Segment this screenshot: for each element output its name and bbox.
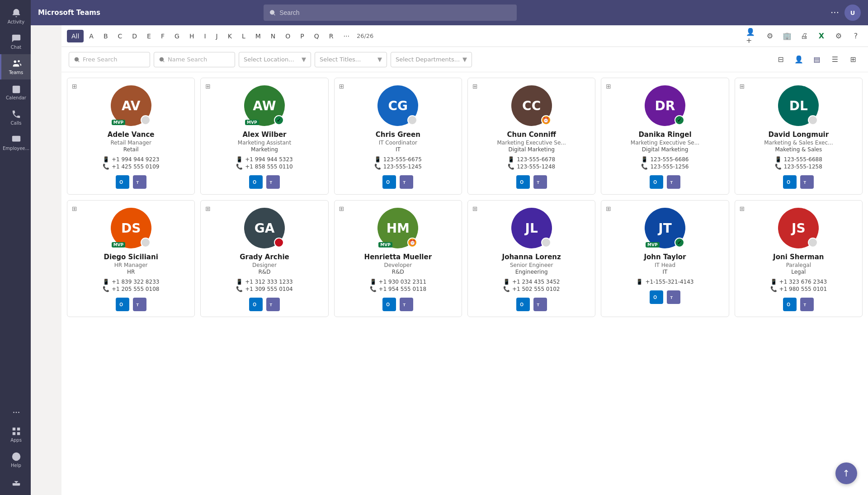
teams-button[interactable]: T (400, 175, 413, 189)
teams-button[interactable]: T (133, 175, 146, 189)
user-avatar[interactable]: U (844, 5, 861, 21)
svg-point-4 (15, 412, 17, 413)
tab-d[interactable]: D (127, 30, 142, 42)
gear-icon[interactable]: ⚙ (832, 29, 845, 43)
teams-button[interactable]: T (266, 175, 280, 189)
filter-icon[interactable]: ⊟ (773, 52, 788, 67)
tab-n[interactable]: N (266, 30, 280, 42)
teams-button[interactable]: T (400, 298, 413, 311)
teams-button[interactable]: T (800, 298, 814, 311)
employee-card[interactable]: ⊞ AW MVP ✓ Alex Wilber Marketing Assista… (200, 78, 328, 195)
employee-card[interactable]: ⊞ JS Joni Sherman Paralegal Legal 📱 +1 3… (735, 200, 863, 317)
employee-card[interactable]: ⊞ DS MVP Diego Siciliani HR Manager HR 📱… (67, 200, 195, 317)
tab-l[interactable]: L (237, 30, 250, 42)
tab-c[interactable]: C (113, 30, 127, 42)
employee-card[interactable]: ⊞ CG Chris Green IT Coordinator IT 📱 123… (334, 78, 462, 195)
mobile-icon: 📱 (103, 156, 109, 163)
search-bar[interactable] (264, 5, 517, 21)
tab-count: 26/26 (357, 33, 373, 39)
scroll-top-button[interactable]: ↑ (835, 462, 857, 484)
teams-button[interactable]: T (667, 290, 680, 304)
outlook-button[interactable]: O (382, 298, 396, 311)
outlook-button[interactable]: O (116, 175, 129, 189)
outlook-button[interactable]: O (516, 298, 530, 311)
add-person-icon[interactable]: 👤 (791, 52, 807, 67)
employee-card[interactable]: ⊞ DL David Longmuir Marketing & Sales Ex… (735, 78, 863, 195)
tab-r[interactable]: R (325, 30, 338, 42)
tab-more[interactable]: ··· (339, 30, 354, 42)
tab-e[interactable]: E (142, 30, 156, 42)
teams-button[interactable]: T (133, 298, 146, 311)
print-icon[interactable]: 🖨 (797, 29, 811, 43)
sidebar-item-chat[interactable]: Chat (0, 29, 31, 54)
outlook-button[interactable]: O (650, 290, 663, 304)
sidebar-item-help[interactable]: Help (0, 447, 31, 472)
teams-button[interactable]: T (266, 298, 280, 311)
employee-card[interactable]: ⊞ AV MVP Adele Vance Retail Manager Reta… (67, 78, 195, 195)
employee-card[interactable]: ⊞ JT MVP ✓ John Taylor IT Head IT 📱 +1-1… (601, 200, 729, 317)
sidebar-item-download[interactable] (0, 472, 31, 491)
sidebar-item-more[interactable] (0, 403, 31, 422)
phone-icon: 📞 (641, 163, 648, 170)
teams-button[interactable]: T (533, 298, 547, 311)
sidebar-item-calendar[interactable]: Calendar (0, 79, 31, 105)
card-view-icon[interactable]: ▤ (809, 52, 825, 67)
sidebar-item-teams[interactable]: Teams (0, 54, 31, 79)
employee-card[interactable]: ⊞ CC ⏰ Chun Conniff Marketing Executive … (467, 78, 595, 195)
sidebar-item-activity[interactable]: Activity (0, 4, 31, 29)
outlook-button[interactable]: O (783, 298, 797, 311)
title-select[interactable]: Select Titles... ▼ (315, 52, 387, 67)
outlook-button[interactable]: O (382, 175, 396, 189)
name-search[interactable]: Name Search (154, 52, 235, 67)
outlook-button[interactable]: O (783, 175, 797, 189)
settings-icon[interactable]: ⚙ (763, 29, 777, 43)
teams-button[interactable]: T (667, 175, 680, 189)
sidebar-item-calls[interactable]: Calls (0, 105, 31, 130)
department-select[interactable]: Select Departments... ▼ (391, 52, 472, 67)
tab-h[interactable]: H (185, 30, 199, 42)
employee-title: Senior Engineer (510, 262, 553, 268)
tab-g[interactable]: G (170, 30, 184, 42)
tab-f[interactable]: F (156, 30, 169, 42)
tab-a[interactable]: A (85, 30, 98, 42)
svg-text:O: O (520, 302, 524, 307)
sidebar-item-employee[interactable]: Employee... (0, 130, 31, 155)
outlook-button[interactable]: O (516, 175, 530, 189)
add-contact-icon[interactable]: 👤+ (746, 29, 760, 43)
employee-card[interactable]: ⊞ GA Grady Archie Designer R&D 📱 +1 312 … (200, 200, 328, 317)
excel-icon[interactable]: X (815, 29, 828, 43)
tab-q[interactable]: Q (310, 30, 324, 42)
outlook-button[interactable]: O (650, 175, 663, 189)
search-input[interactable] (279, 9, 511, 16)
sidebar-item-apps[interactable]: Apps (0, 422, 31, 447)
employee-phone: 📞 123-555-1256 (641, 163, 689, 170)
tab-m[interactable]: M (251, 30, 265, 42)
employee-card[interactable]: ⊞ DR ✓ Danika Ringel Marketing Executive… (601, 78, 729, 195)
employee-card[interactable]: ⊞ HM MVP ⏰ Henrietta Mueller Developer R… (334, 200, 462, 317)
tab-all[interactable]: All (67, 30, 84, 42)
tab-i[interactable]: I (199, 30, 210, 42)
list-view-icon[interactable]: ☰ (827, 52, 843, 67)
tab-o[interactable]: O (281, 30, 295, 42)
tab-b[interactable]: B (99, 30, 113, 42)
outlook-button[interactable]: O (249, 175, 263, 189)
grid-view-icon[interactable]: ⊞ (845, 52, 861, 67)
department-arrow: ▼ (462, 56, 467, 63)
free-search[interactable]: Free Search (69, 52, 150, 67)
help-tab-icon[interactable]: ? (849, 29, 863, 43)
topbar-more[interactable]: ··· (830, 7, 839, 18)
outlook-button[interactable]: O (249, 298, 263, 311)
location-select[interactable]: Select Location... ▼ (239, 52, 311, 67)
employee-dept: HR (127, 269, 135, 275)
teams-button[interactable]: T (533, 175, 547, 189)
employee-card[interactable]: ⊞ JL Johanna Lorenz Senior Engineer Engi… (467, 200, 595, 317)
status-indicator: ⏰ (541, 115, 551, 125)
avatar-initials: DS (121, 221, 141, 236)
help-icon (11, 452, 21, 462)
tab-k[interactable]: K (223, 30, 236, 42)
tab-j[interactable]: J (212, 30, 222, 42)
outlook-button[interactable]: O (116, 298, 129, 311)
org-chart-icon[interactable]: 🏢 (780, 29, 794, 43)
teams-button[interactable]: T (800, 175, 814, 189)
tab-p[interactable]: P (296, 30, 308, 42)
